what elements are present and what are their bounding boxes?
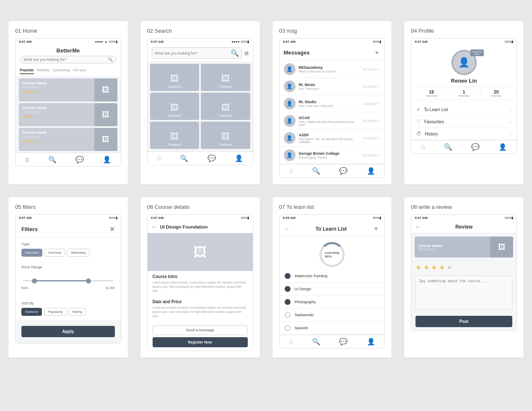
menu-tolearn[interactable]: ✓ To Learn List › (411, 104, 516, 116)
msg-time-1: 09.19.2017 > (363, 68, 380, 71)
send-message-button[interactable]: Send a message (153, 325, 248, 335)
learn-item-3[interactable]: Photography (280, 296, 385, 309)
msg-body-2: RL Music Yes. Thank you. (299, 83, 360, 90)
search-bar-01[interactable]: 🔍 (20, 56, 117, 63)
nav-msg-04[interactable]: 💬 (471, 143, 480, 151)
sort-rating-button[interactable]: Rating (69, 308, 86, 316)
nav-msg-icon[interactable]: 💬 (75, 156, 84, 164)
tab-foryou[interactable]: For you (73, 68, 86, 74)
course-card-2[interactable]: Course Name Time & Price ★★★☆☆ 🖼 (19, 103, 117, 126)
post-button[interactable]: Post (415, 316, 512, 327)
register-now-button[interactable]: Register Now (153, 337, 248, 347)
sort-popularity-button[interactable]: Popularity (44, 308, 67, 316)
cat-item-6[interactable]: 🖼 Category (201, 122, 250, 149)
star-3[interactable]: ★ (431, 264, 437, 271)
back-arrow-07[interactable]: ← (285, 226, 290, 232)
learn-dot-1 (285, 273, 291, 279)
star-1[interactable]: ★ (415, 264, 421, 271)
nav-profile-07[interactable]: 👤 (367, 338, 375, 346)
status-bar-08: 9:07 AM 93%▮ (411, 215, 516, 221)
stat-interests: 16 Interests (415, 89, 447, 97)
wifi-icon: ▲ (104, 40, 108, 44)
search-input-02[interactable] (155, 51, 231, 55)
msg-item-5[interactable]: 👤 ASDF Hey Renee, Yes, we still have tha… (280, 130, 385, 147)
msg-add-button[interactable]: ＋ (374, 48, 380, 57)
tab-upcoming[interactable]: Upcoming (53, 68, 70, 74)
search-input-01[interactable] (23, 57, 108, 62)
cat-item-2[interactable]: 🖼 Category (201, 64, 250, 91)
learning-badge: Learning60% (470, 49, 483, 56)
msg-item-6[interactable]: 👤 Geroge Brown College Sounds good. Than… (280, 147, 385, 164)
price-slider[interactable]: $100 $1,000 (21, 272, 115, 293)
nav-home-02[interactable]: ⌂ (157, 154, 161, 162)
msg-item-2[interactable]: 👤 RL Music Yes. Thank you. 10.14.2017 > (280, 78, 385, 95)
cat-item-3[interactable]: 🖼 Category (150, 93, 199, 120)
slider-thumb-right[interactable] (86, 278, 91, 284)
back-arrow-08[interactable]: ← (415, 224, 420, 230)
tab-popular[interactable]: Popular (20, 68, 34, 74)
nav-msg-03[interactable]: 💬 (339, 167, 348, 175)
nav-home-07[interactable]: ⌂ (289, 338, 293, 346)
msg-item-3[interactable]: 👤 RL Studio Hello, how can I help you? 1… (280, 95, 385, 112)
nav-msg-02[interactable]: 💬 (208, 154, 216, 162)
filter-price-section: Price Range $100 $1,000 (16, 261, 121, 297)
course-card-1[interactable]: Course Name Time & Price ★★★★☆ 🖼 (19, 78, 117, 101)
nav-profile-icon[interactable]: 👤 (103, 156, 111, 164)
msg-avatar-1: 👤 (284, 63, 296, 75)
learn-item-1[interactable]: Watercolor Painting (280, 270, 385, 283)
tab-nearby[interactable]: Nearby (37, 68, 49, 74)
screen-04: 04 Profile 9:07 AM 93%▮ 👤 Learning60% Re… (404, 21, 524, 185)
star-4[interactable]: ★ (439, 264, 445, 271)
search-bar-02[interactable]: 🔍 (152, 47, 242, 59)
learn-item-5[interactable]: Spanish (280, 322, 385, 335)
filter-icon[interactable]: ⊞ (244, 50, 249, 56)
nav-search-04[interactable]: 🔍 (444, 143, 452, 151)
nav-search-03[interactable]: 🔍 (312, 167, 320, 175)
learn-label-4: Taekwondo (295, 313, 314, 317)
cat-item-4[interactable]: 🖼 Category (201, 93, 250, 120)
back-arrow-06[interactable]: ← (152, 224, 157, 230)
learn-add-button[interactable]: ＋ (373, 224, 379, 233)
nav-profile-02[interactable]: 👤 (235, 154, 243, 162)
close-button[interactable]: ✕ (109, 225, 115, 233)
learn-item-2[interactable]: UI Design (280, 283, 385, 296)
screen-01: 01 Home 9:07 AM ●●●● ▲ 93%▮ BetterMe 🔍 P… (8, 21, 128, 185)
cat-item-1[interactable]: 🖼 Category (150, 64, 199, 91)
menu-favourites[interactable]: ♡ Favourites › (411, 116, 516, 128)
progress-circle: Learning90% (319, 242, 345, 267)
nav-profile-03[interactable]: 👤 (367, 167, 375, 175)
type-parttime-button[interactable]: Part-time (21, 249, 42, 257)
nav-search-icon[interactable]: 🔍 (48, 156, 57, 164)
menu-tolearn-label: To Learn List (424, 107, 510, 112)
msg-item-4[interactable]: 👤 OCAD Can I register the part-time pain… (280, 112, 385, 130)
sort-distance-button[interactable]: Distance (21, 308, 42, 316)
review-textarea[interactable] (415, 276, 512, 309)
msg-item-1[interactable]: 👤 REDacademy When is the next UI course?… (280, 61, 385, 78)
nav-home-icon[interactable]: ⌂ (25, 156, 29, 164)
review-stars[interactable]: ★ ★ ★ ★ ★ (411, 261, 516, 274)
nav-profile-04[interactable]: 👤 (498, 143, 507, 151)
nav-msg-07[interactable]: 💬 (339, 338, 348, 346)
bottom-nav-02: ⌂ 🔍 💬 👤 (148, 151, 253, 165)
msg-name-4: OCAD (299, 116, 360, 120)
type-fulltime-button[interactable]: Full-time (44, 249, 65, 257)
course-detail-header: ← UI Design Foundation (148, 221, 253, 233)
type-workshop-button[interactable]: Workshop (67, 249, 90, 257)
menu-history[interactable]: ⏱ History › (411, 128, 516, 140)
price-labels: $100 $1,000 (21, 286, 115, 289)
nav-search-02[interactable]: 🔍 (180, 154, 188, 162)
cat-label-6: Category (219, 143, 232, 146)
apply-button[interactable]: Apply (21, 326, 115, 337)
nav-search-07[interactable]: 🔍 (312, 338, 320, 346)
learn-item-4[interactable]: Taekwondo (280, 309, 385, 322)
nav-home-04[interactable]: ⌂ (421, 143, 425, 151)
cat-item-5[interactable]: 🖼 Category (150, 122, 199, 149)
star-5[interactable]: ★ (446, 264, 452, 271)
bottom-nav-04: ⌂ 🔍 💬 👤 (411, 140, 516, 153)
star-2[interactable]: ★ (423, 264, 429, 271)
course-card-3[interactable]: Course Name Time & Price ★★★★☆ 🖼 (19, 128, 117, 151)
phone-02: 9:07 AM ●●●● 93%▮ 🔍 ⊞ 🖼 Category (147, 38, 253, 165)
msg-body-6: Geroge Brown College Sounds good. Thanks (299, 151, 360, 159)
nav-home-03[interactable]: ⌂ (289, 167, 293, 175)
slider-thumb-left[interactable] (32, 278, 37, 284)
